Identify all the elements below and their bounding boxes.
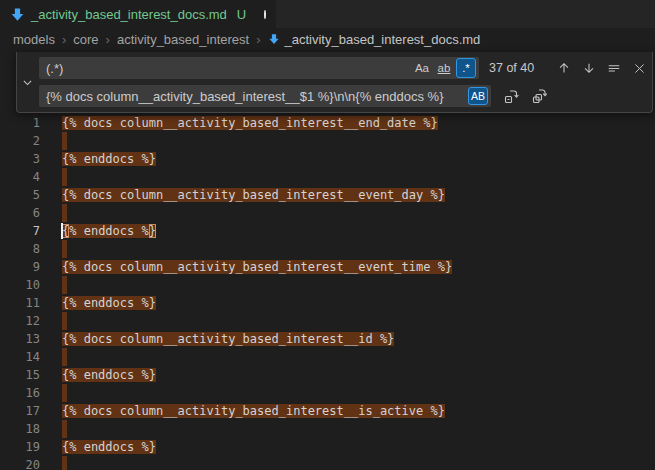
line-content [62, 348, 67, 366]
find-match-highlight-empty [62, 420, 67, 438]
line-content [62, 240, 67, 258]
editor-line[interactable]: 8 [0, 240, 655, 258]
text-cursor [61, 223, 63, 239]
find-match-highlight: {% docs column__activity_based_interest_… [62, 332, 394, 346]
bracket-match-close: } [149, 224, 156, 238]
breadcrumb-item-file[interactable]: _activity_based_interest_docs.md [268, 32, 481, 47]
markdown-file-icon [268, 33, 280, 45]
find-match-highlight-empty [62, 132, 67, 150]
editor-lines: 1 {% docs column__activity_based_interes… [0, 50, 655, 470]
editor-line[interactable]: 2 [0, 132, 655, 150]
replace-input[interactable]: {% docs column__activity_based_interest_… [39, 85, 491, 107]
regex-button[interactable]: .* [456, 58, 476, 78]
line-content: {% enddocs %} [62, 150, 156, 168]
replace-all-button[interactable] [529, 85, 551, 107]
line-number: 3 [0, 150, 40, 168]
find-input[interactable]: (.*) Aa ab .* [39, 57, 479, 79]
editor-line[interactable]: 20 [0, 456, 655, 470]
find-match-highlight: {% docs column__activity_based_interest_… [62, 404, 445, 418]
line-number: 17 [0, 402, 40, 420]
whole-word-button[interactable]: ab [434, 58, 454, 78]
editor-line[interactable]: 15 {% enddocs %} [0, 366, 655, 384]
breadcrumb: models › core › activity_based_interest … [0, 28, 655, 50]
breadcrumb-item-activity-based-interest[interactable]: activity_based_interest [117, 32, 249, 47]
editor-line[interactable]: 1 {% docs column__activity_based_interes… [0, 114, 655, 132]
chevron-down-icon [21, 76, 34, 89]
line-content [62, 420, 67, 438]
find-widget: (.*) Aa ab .* 37 of 40 [16, 52, 653, 113]
line-content [62, 456, 67, 470]
line-number: 19 [0, 438, 40, 456]
find-match-highlight-empty [62, 312, 67, 330]
find-in-selection-button[interactable] [603, 57, 625, 79]
bracket-match-open: { [62, 224, 69, 238]
line-number: 15 [0, 366, 40, 384]
find-match-highlight-empty [62, 384, 67, 402]
breadcrumb-item-core[interactable]: core [73, 32, 98, 47]
line-content [62, 384, 67, 402]
find-match-highlight-empty [62, 456, 67, 470]
editor-line[interactable]: 14 [0, 348, 655, 366]
find-match-highlight-empty [62, 168, 67, 186]
editor-line[interactable]: 7 {% enddocs %} [0, 222, 655, 240]
git-status-badge: U [237, 7, 246, 22]
editor[interactable]: 1 {% docs column__activity_based_interes… [0, 50, 655, 470]
line-content: {% enddocs %} [62, 222, 156, 240]
line-number: 1 [0, 114, 40, 132]
line-content: {% enddocs %} [62, 294, 156, 312]
find-match-highlight-empty [62, 240, 67, 258]
find-match-highlight-empty [62, 204, 67, 222]
editor-line[interactable]: 16 [0, 384, 655, 402]
next-match-button[interactable] [578, 57, 600, 79]
editor-line[interactable]: 18 [0, 420, 655, 438]
replace-input-value: {% docs column__activity_based_interest_… [46, 89, 466, 104]
line-number: 10 [0, 276, 40, 294]
match-case-button[interactable]: Aa [412, 58, 432, 78]
editor-line[interactable]: 19 {% enddocs %} [0, 438, 655, 456]
arrow-up-icon [557, 61, 571, 75]
toggle-replace-button[interactable] [17, 52, 37, 112]
modified-indicator-dot[interactable] [264, 10, 266, 19]
line-number: 20 [0, 456, 40, 470]
editor-line[interactable]: 13 {% docs column__activity_based_intere… [0, 330, 655, 348]
match-count: 37 of 40 [489, 61, 534, 75]
breadcrumb-item-models[interactable]: models [13, 32, 55, 47]
line-number: 4 [0, 168, 40, 186]
close-find-widget-button[interactable] [628, 57, 650, 79]
line-number: 9 [0, 258, 40, 276]
editor-line[interactable]: 11 {% enddocs %} [0, 294, 655, 312]
editor-line[interactable]: 4 [0, 168, 655, 186]
breadcrumb-separator: › [106, 32, 110, 47]
line-content [62, 204, 67, 222]
replace-button[interactable] [501, 85, 523, 107]
line-number: 16 [0, 384, 40, 402]
editor-line[interactable]: 12 [0, 312, 655, 330]
find-match-highlight: {% enddocs %} [62, 368, 156, 382]
find-match-highlight: {% enddocs %} [62, 152, 156, 166]
line-content: {% enddocs %} [62, 366, 156, 384]
line-number: 7 [0, 222, 40, 240]
breadcrumb-file-label: _activity_based_interest_docs.md [285, 32, 481, 47]
tab-active[interactable]: _activity_based_interest_docs.md U [0, 0, 277, 28]
line-content [62, 276, 67, 294]
editor-line[interactable]: 9 {% docs column__activity_based_interes… [0, 258, 655, 276]
line-number: 11 [0, 294, 40, 312]
close-icon [633, 62, 646, 75]
line-content [62, 132, 67, 150]
editor-line[interactable]: 3 {% enddocs %} [0, 150, 655, 168]
previous-match-button[interactable] [553, 57, 575, 79]
breadcrumb-separator: › [62, 32, 66, 47]
find-in-selection-icon [607, 61, 621, 75]
tab-title: _activity_based_interest_docs.md [31, 7, 227, 22]
find-match-highlight: {% docs column__activity_based_interest_… [62, 188, 445, 202]
editor-line[interactable]: 17 {% docs column__activity_based_intere… [0, 402, 655, 420]
editor-line[interactable]: 6 [0, 204, 655, 222]
editor-line[interactable]: 10 [0, 276, 655, 294]
line-content: {% enddocs %} [62, 438, 156, 456]
replace-icon [504, 88, 520, 104]
line-number: 14 [0, 348, 40, 366]
editor-line[interactable]: 5 {% docs column__activity_based_interes… [0, 186, 655, 204]
find-input-value: (.*) [46, 61, 410, 76]
line-number: 13 [0, 330, 40, 348]
preserve-case-button[interactable]: AB [468, 87, 488, 105]
